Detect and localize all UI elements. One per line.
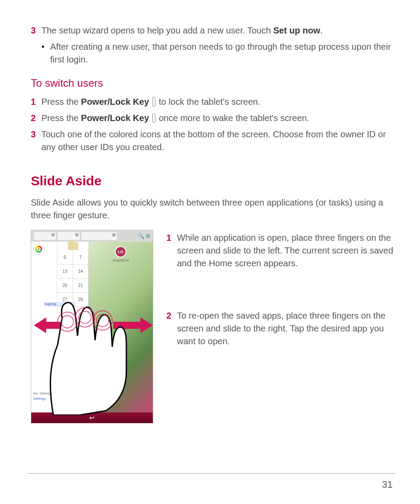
ill-tab [81,232,117,240]
step-number: 1 [31,96,41,108]
bold-setupnow: Set up now [273,26,321,35]
slide-aside-illustration: 🔍 ✿ 67 1314 2021 ksgiving2728 LG SmartWo… [31,230,153,423]
page-number: 31 [382,478,393,492]
slide-step-1: 1 While an application is open, place th… [166,232,394,270]
smartworld-label: SmartWorld [88,258,153,263]
step-number: 3 [31,24,41,37]
ill-tab [34,232,56,240]
sub-bullet: • After creating a new user, that person… [31,40,394,66]
illustration-tabs: 🔍 ✿ [31,230,153,242]
bullet-text: After creating a new user, that person n… [50,40,394,66]
switch-step-3: 3 Touch one of the colored icons at the … [31,128,394,154]
ill-tab [58,232,80,240]
step-number: 1 [166,232,177,270]
step-number: 2 [31,112,41,125]
power-lock-key-icon [152,97,155,107]
slide-step-2: 2 To re-open the saved apps, place three… [166,309,394,348]
folder-icon [68,242,78,250]
ill-status-icons: 🔍 ✿ [138,232,150,240]
heading-slide-aside: Slide Aside [31,171,394,191]
step-text: Press the Power/Lock Key once more to wa… [41,112,394,125]
bullet-dot: • [41,40,50,66]
power-lock-key-icon [152,113,155,123]
step-text: The setup wizard opens to help you add a… [41,24,394,37]
step-3: 3 The setup wizard opens to help you add… [31,24,394,37]
step-text: Touch one of the colored icons at the bo… [41,128,394,154]
heading-switch-users: To switch users [31,76,394,91]
chrome-icon [34,244,44,254]
switch-step-1: 1 Press the Power/Lock Key to lock the t… [31,96,394,108]
step-number: 2 [166,309,177,348]
bold-powerlock: Power/Lock Key [81,97,149,107]
bold-powerlock: Power/Lock Key [81,113,149,123]
step-text: To re-open the saved apps, place three f… [177,309,394,348]
hand-gesture-icon [36,283,150,415]
slide-aside-intro: Slide Aside allows you to quickly switch… [31,196,394,222]
switch-step-2: 2 Press the Power/Lock Key once more to … [31,112,394,125]
step-text: While an application is open, place thre… [177,232,394,270]
step-number: 3 [31,128,41,154]
step-text: Press the Power/Lock Key to lock the tab… [41,96,394,108]
lg-icon: LG [115,246,126,258]
